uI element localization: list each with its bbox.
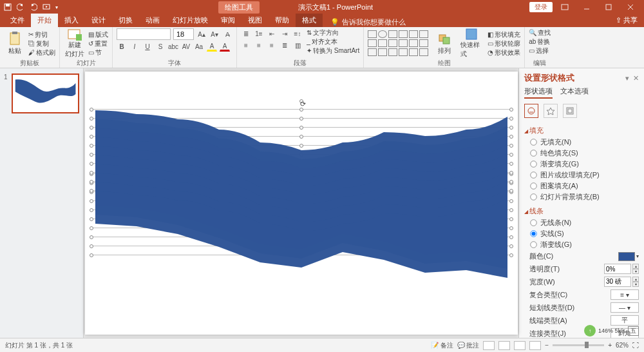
line-gradient[interactable]: 渐变线(G) <box>524 239 639 250</box>
reading-view-button[interactable] <box>514 341 526 350</box>
minimize-icon[interactable] <box>577 0 596 14</box>
start-slideshow-icon[interactable] <box>43 3 50 11</box>
comments-button[interactable]: 💬 批注 <box>457 341 480 350</box>
align-text-button[interactable]: ⎯对齐文本 <box>307 37 359 46</box>
pane-close-icon[interactable]: ✕ <box>633 74 639 83</box>
slide-thumb-1[interactable]: 1 <box>4 73 79 113</box>
section-line[interactable]: 线条 <box>524 206 639 216</box>
redo-icon[interactable] <box>30 3 37 11</box>
select-button[interactable]: ▭选择 <box>529 46 551 55</box>
width-input[interactable] <box>604 277 631 287</box>
shadow-button[interactable]: abc <box>168 41 178 52</box>
columns-button[interactable]: ▥ <box>292 40 303 50</box>
paste-button[interactable]: 粘贴 <box>4 28 26 58</box>
layout-button[interactable]: ▤版式 <box>88 30 108 39</box>
login-button[interactable]: 登录 <box>529 2 553 12</box>
tab-home[interactable]: 开始 <box>31 14 58 27</box>
tray-net-icon[interactable]: ↑ <box>584 325 596 337</box>
copy-button[interactable]: ⿻复制 <box>28 39 55 48</box>
align-left-button[interactable]: ≡ <box>241 40 251 50</box>
fill-slidebg[interactable]: 幻灯片背景填充(B) <box>524 191 639 202</box>
font-name-input[interactable] <box>117 28 171 40</box>
fill-gradient[interactable]: 渐变填充(G) <box>524 159 639 170</box>
clear-format-button[interactable]: A̶ <box>222 29 232 39</box>
shape-outline-button[interactable]: ▭形状轮廓 <box>488 39 520 48</box>
fill-pattern[interactable]: 图案填充(A) <box>524 181 639 191</box>
tab-transitions[interactable]: 切换 <box>112 14 139 27</box>
line-solid[interactable]: 实线(S) <box>524 228 639 239</box>
fill-picture[interactable]: 图片或纹理填充(P) <box>524 170 639 181</box>
subtab-shape-options[interactable]: 形状选项 <box>524 86 553 99</box>
tab-file[interactable]: 文件 <box>4 14 31 27</box>
pane-dropdown-icon[interactable]: ▾ <box>625 74 629 83</box>
underline-button[interactable]: U <box>142 41 153 52</box>
indent-dec-button[interactable]: ⇤ <box>267 28 277 39</box>
shape-gallery[interactable] <box>368 30 428 56</box>
text-direction-button[interactable]: ⇅文字方向 <box>307 28 359 37</box>
subtab-text-options[interactable]: 文本选项 <box>560 86 589 99</box>
highlight-button[interactable]: A <box>207 41 217 52</box>
tab-view[interactable]: 视图 <box>242 14 269 27</box>
grow-font-button[interactable]: A▴ <box>196 29 207 39</box>
section-button[interactable]: ▭节 <box>88 48 108 57</box>
compound-dd[interactable]: ≡ ▾ <box>611 289 639 300</box>
shrink-font-button[interactable]: A▾ <box>209 29 220 39</box>
sorter-view-button[interactable] <box>498 341 510 350</box>
tell-me[interactable]: 💡 告诉我你想要做什么 <box>330 17 406 27</box>
dash-dd[interactable]: — ▾ <box>611 302 639 313</box>
italic-button[interactable]: I <box>129 41 140 52</box>
color-swatch[interactable] <box>618 252 635 261</box>
ribbon-options-icon[interactable] <box>555 0 574 14</box>
effects-icon[interactable] <box>544 104 558 118</box>
find-button[interactable]: 🔍查找 <box>529 28 551 37</box>
zoom-out-button[interactable]: − <box>545 342 549 349</box>
strike-button[interactable]: S <box>155 41 166 52</box>
quick-styles-button[interactable]: 快速样式 <box>460 28 482 58</box>
case-button[interactable]: Aa <box>194 41 204 52</box>
format-painter-button[interactable]: 🖌格式刷 <box>28 48 55 57</box>
tab-animations[interactable]: 动画 <box>139 14 166 27</box>
shape-fill-button[interactable]: ◧形状填充 <box>488 30 520 39</box>
maximize-icon[interactable] <box>599 0 618 14</box>
slide-canvas[interactable]: ⟳ <box>85 72 518 335</box>
zoom-slider[interactable] <box>553 344 604 346</box>
close-icon[interactable] <box>621 0 640 14</box>
new-slide-button[interactable]: 新建 幻灯片 <box>64 28 86 58</box>
share-button[interactable]: ⇪ 共享 <box>609 14 644 27</box>
shape-effects-button[interactable]: ◔形状效果 <box>488 48 520 57</box>
bullets-button[interactable]: ≣ <box>241 28 251 39</box>
slide-editor[interactable]: ⟳ <box>84 68 518 338</box>
zoom-in-button[interactable]: + <box>608 342 612 349</box>
size-props-icon[interactable] <box>563 104 577 118</box>
spacing-button[interactable]: AV <box>181 41 191 52</box>
cut-button[interactable]: ✂剪切 <box>28 30 55 39</box>
tab-format[interactable]: 格式 <box>296 14 323 27</box>
replace-button[interactable]: ab替换 <box>529 37 551 46</box>
fill-line-icon[interactable] <box>524 104 538 118</box>
transparency-input[interactable] <box>604 264 631 274</box>
smartart-button[interactable]: ✦转换为 SmartArt <box>307 46 359 55</box>
line-spacing-button[interactable]: ≡↕ <box>292 28 303 39</box>
tab-slideshow[interactable]: 幻灯片放映 <box>166 14 214 27</box>
arrange-button[interactable]: 排列 <box>433 28 455 58</box>
line-none[interactable]: 无线条(N) <box>524 217 639 228</box>
fit-button[interactable]: ⛶ <box>632 342 639 349</box>
undo-icon[interactable] <box>17 3 24 11</box>
tab-design[interactable]: 设计 <box>85 14 112 27</box>
zoom-value[interactable]: 62% <box>616 342 629 349</box>
normal-view-button[interactable] <box>483 341 495 350</box>
fill-none[interactable]: 无填充(N) <box>524 137 639 148</box>
section-fill[interactable]: 填充 <box>524 126 639 135</box>
tab-review[interactable]: 审阅 <box>214 14 242 27</box>
align-center-button[interactable]: ≡ <box>254 40 264 50</box>
slideshow-view-button[interactable] <box>529 341 541 350</box>
wave-shapes[interactable] <box>85 72 518 335</box>
notes-button[interactable]: 📝 备注 <box>431 341 453 350</box>
save-icon[interactable] <box>4 3 12 11</box>
font-size-input[interactable] <box>173 28 194 40</box>
cap-dd[interactable]: 平 <box>611 315 639 326</box>
qat-more-icon[interactable]: ▾ <box>55 5 58 10</box>
tab-insert[interactable]: 插入 <box>58 14 85 27</box>
tab-help[interactable]: 帮助 <box>269 14 296 27</box>
tray-ime[interactable]: 五 <box>628 326 639 336</box>
